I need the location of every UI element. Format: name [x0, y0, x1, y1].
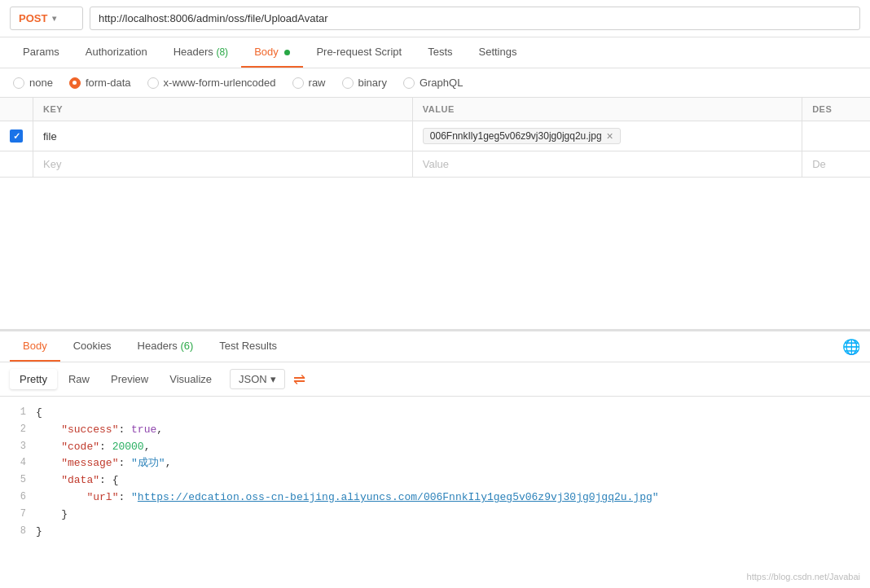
view-pretty[interactable]: Pretty — [10, 369, 57, 389]
row-value: 006FnnkIly1geg5v06z9vj30jg0jgq2u.jpg × — [412, 121, 802, 151]
json-key-data: "data" — [61, 474, 99, 486]
json-key-message: "message" — [61, 457, 118, 469]
radio-graphql-label: GraphQL — [420, 77, 463, 89]
tab-settings[interactable]: Settings — [466, 37, 530, 68]
line-num-3: 3 — [7, 439, 36, 456]
method-select[interactable]: POST ▾ — [10, 7, 83, 30]
json-val-success: true — [131, 423, 156, 436]
json-line-5: 5 "data": { — [0, 472, 870, 489]
th-key: KEY — [33, 98, 413, 121]
kv-table: KEY VALUE DES file 006FnnkIly1geg5v06z9v… — [0, 98, 870, 178]
file-tag-name: 006FnnkIly1geg5v06z9vj30jg0jgq2u.jpg — [430, 130, 602, 142]
view-visualize[interactable]: Visualize — [160, 369, 222, 389]
line-num-7: 7 — [7, 507, 36, 524]
json-val-code: 20000 — [112, 441, 144, 453]
json-val-url-quote1: " — [131, 491, 138, 503]
headers-badge: (8) — [216, 46, 228, 58]
response-tabs: Body Cookies Headers (6) Test Results 🌐 — [0, 331, 870, 362]
json-key-success: "success" — [61, 423, 118, 436]
radio-binary[interactable]: binary — [342, 77, 387, 89]
checkbox-checked[interactable] — [10, 129, 23, 143]
view-preview[interactable]: Preview — [101, 369, 158, 389]
tab-headers[interactable]: Headers (8) — [160, 37, 241, 68]
url-bar: POST ▾ — [0, 0, 870, 37]
placeholder-desc: De — [812, 158, 826, 170]
json-code-4: "message": "成功", — [36, 455, 171, 472]
radio-formdata-circle — [69, 77, 81, 89]
line-num-4: 4 — [7, 455, 36, 472]
json-line-4: 4 "message": "成功", — [0, 455, 870, 472]
wrap-button[interactable]: ⇌ — [293, 371, 305, 388]
placeholder-value-cell[interactable]: Value — [412, 151, 802, 178]
json-val-message: "成功" — [131, 457, 165, 469]
th-value: VALUE — [412, 98, 802, 121]
json-line-1: 1 { — [0, 405, 870, 422]
url-input[interactable] — [90, 7, 860, 30]
response-tab-test-results[interactable]: Test Results — [206, 331, 290, 362]
json-viewer: 1 { 2 "success": true, 3 "code": 20000, … — [0, 397, 870, 548]
line-num-1: 1 — [7, 405, 36, 422]
format-arrow: ▾ — [270, 373, 276, 385]
json-line-2: 2 "success": true, — [0, 422, 870, 439]
format-select[interactable]: JSON ▾ — [230, 369, 285, 389]
json-line-3: 3 "code": 20000, — [0, 439, 870, 456]
line-num-8: 8 — [7, 524, 36, 541]
row-desc — [802, 121, 870, 151]
json-key-url: "url" — [86, 491, 118, 503]
json-line-6: 6 "url": "https://edcation.oss-cn-beijin… — [0, 489, 870, 507]
line-num-2: 2 — [7, 422, 36, 439]
method-arrow: ▾ — [52, 14, 56, 23]
radio-raw[interactable]: raw — [292, 77, 326, 89]
response-tab-cookies[interactable]: Cookies — [60, 331, 125, 362]
placeholder-key-cell[interactable]: Key — [33, 151, 413, 178]
placeholder-key: Key — [43, 158, 61, 170]
radio-none[interactable]: none — [13, 77, 53, 89]
line-num-6: 6 — [7, 489, 36, 507]
row-key-value: file — [43, 130, 57, 143]
th-desc: DES — [802, 98, 870, 121]
globe-icon[interactable]: 🌐 — [842, 338, 860, 356]
table-row: file 006FnnkIly1geg5v06z9vj30jg0jgq2u.jp… — [0, 121, 870, 151]
view-raw[interactable]: Raw — [59, 369, 99, 389]
json-val-url-quote2: " — [652, 491, 659, 503]
viewer-toolbar: Pretty Raw Preview Visualize JSON ▾ ⇌ — [0, 362, 870, 397]
radio-none-label: none — [29, 77, 53, 89]
tab-tests[interactable]: Tests — [415, 37, 465, 68]
radio-graphql[interactable]: GraphQL — [403, 77, 463, 89]
radio-none-circle — [13, 77, 24, 89]
json-code-2: "success": true, — [36, 422, 163, 439]
tab-authorization[interactable]: Authorization — [72, 37, 160, 68]
table-placeholder-row: Key Value De — [0, 151, 870, 178]
radio-binary-circle — [342, 77, 354, 89]
row-checkbox-cell[interactable] — [0, 121, 33, 151]
response-tab-headers[interactable]: Headers (6) — [125, 331, 207, 362]
radio-urlencoded[interactable]: x-www-form-urlencoded — [147, 77, 276, 89]
tab-body[interactable]: Body — [241, 37, 303, 68]
file-tag: 006FnnkIly1geg5v06z9vj30jg0jgq2u.jpg × — [423, 128, 621, 144]
response-tab-body[interactable]: Body — [10, 331, 60, 362]
radio-graphql-circle — [403, 77, 415, 89]
json-code-3: "code": 20000, — [36, 439, 150, 456]
json-code-7: } — [36, 507, 68, 524]
file-tag-remove[interactable]: × — [607, 130, 613, 142]
radio-urlencoded-label: x-www-form-urlencoded — [164, 77, 276, 89]
method-label: POST — [19, 12, 47, 24]
th-checkbox — [0, 98, 33, 121]
placeholder-value: Value — [423, 158, 449, 170]
json-link-url[interactable]: https://edcation.oss-cn-beijing.aliyuncs… — [138, 491, 652, 503]
radio-formdata-label: form-data — [86, 77, 131, 89]
tab-prerequest[interactable]: Pre-request Script — [303, 37, 415, 68]
radio-raw-label: raw — [309, 77, 326, 89]
json-code-6: "url": "https://edcation.oss-cn-beijing.… — [36, 489, 659, 507]
placeholder-desc-cell[interactable]: De — [802, 151, 870, 178]
request-section: none form-data x-www-form-urlencoded raw… — [0, 68, 870, 329]
placeholder-checkbox — [0, 151, 33, 178]
body-dot — [284, 50, 290, 55]
radio-binary-label: binary — [358, 77, 387, 89]
json-code-5: "data": { — [36, 472, 118, 489]
radio-raw-circle — [292, 77, 304, 89]
tab-params[interactable]: Params — [10, 37, 72, 68]
radio-formdata[interactable]: form-data — [69, 77, 131, 89]
response-headers-badge: (6) — [180, 340, 193, 352]
response-area: Body Cookies Headers (6) Test Results 🌐 … — [0, 329, 870, 548]
